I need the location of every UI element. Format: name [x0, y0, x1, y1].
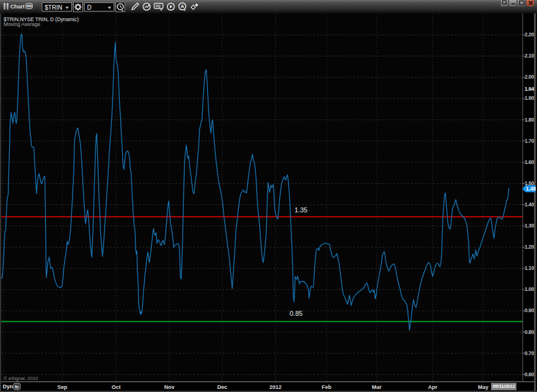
svg-text:EQ: EQ — [155, 4, 161, 8]
svg-text:A: A — [181, 4, 184, 9]
svg-text:1.48: 1.48 — [526, 186, 536, 192]
